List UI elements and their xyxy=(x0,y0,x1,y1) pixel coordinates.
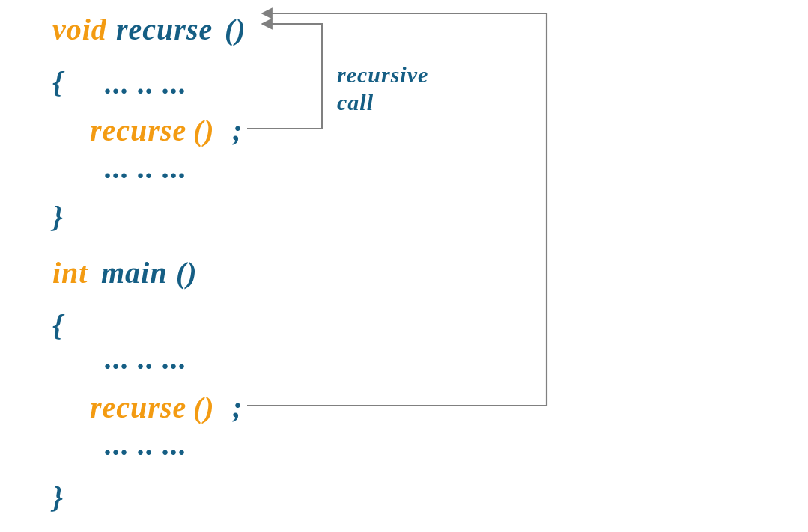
func1-name: recurse xyxy=(116,15,213,45)
annotation-line1: recursive xyxy=(337,64,428,86)
func1-call-name: recurse xyxy=(90,116,186,146)
func2-call-parens: () xyxy=(193,393,215,423)
keyword-int: int xyxy=(52,258,88,288)
func2-open-brace: { xyxy=(52,311,64,340)
func1-call-semi: ; xyxy=(232,116,243,146)
func2-call-semi: ; xyxy=(232,393,243,423)
func2-close-brace: } xyxy=(52,483,64,513)
func1-open-brace: { xyxy=(52,67,64,97)
func1-dots-before: ... .. ... xyxy=(105,69,187,99)
func1-dots-after: ... .. ... xyxy=(105,153,187,183)
func2-call-name: recurse xyxy=(90,393,186,423)
func2-name: main xyxy=(101,258,167,288)
annotation-line2: call xyxy=(337,91,374,114)
func1-call-parens: () xyxy=(193,116,215,146)
diagram-stage: void recurse () { ... .. ... recurse () … xyxy=(0,0,808,532)
arrow-recursive-call xyxy=(247,24,322,129)
func1-parens: () xyxy=(225,15,246,45)
func2-parens: () xyxy=(176,258,198,288)
func1-close-brace: } xyxy=(52,202,64,232)
func2-dots-after: ... .. ... xyxy=(105,430,187,460)
keyword-void: void xyxy=(52,15,107,45)
func2-dots-before: ... .. ... xyxy=(105,344,187,374)
